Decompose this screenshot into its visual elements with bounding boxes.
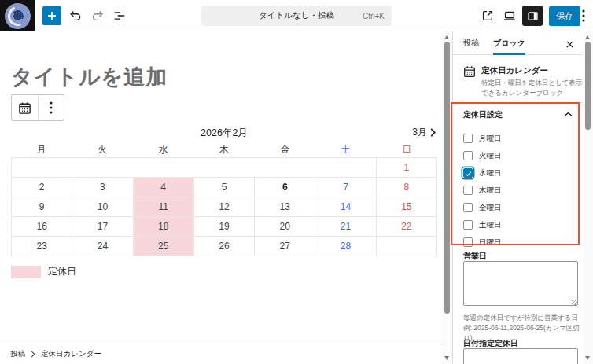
close-icon [565,40,574,49]
calendar-day-cell: 9 [12,197,72,217]
calendar-week-row: 1 [12,158,437,178]
calendar-day-cell: 24 [72,237,133,256]
list-view-button[interactable] [112,8,127,24]
chevron-right-icon [31,351,35,358]
calendar-day-cell: 18 [133,217,193,237]
kebab-menu-icon [50,101,53,114]
chevron-right-icon [430,128,436,137]
undo-button[interactable] [68,8,83,24]
block-options-button[interactable] [38,95,64,120]
calendar-day-cell: 27 [255,237,315,256]
weekday-checkbox-row: 土曜日 [463,219,573,231]
calendar-day-cell: 5 [193,178,254,197]
checkbox-label: 日曜日 [479,237,502,248]
scroll-down-arrow-icon[interactable] [585,356,590,360]
next-month-button[interactable]: 3月 [412,126,436,139]
editor-scrollbar[interactable] [442,31,452,364]
checkbox-unchecked[interactable] [463,186,473,195]
view-site-button[interactable] [480,8,495,24]
calendar-day-cell: 11 [133,197,193,217]
weekday-checkbox-row: 木曜日 [463,184,573,197]
date-holidays-textarea[interactable] [463,348,578,364]
calendar-day-cell: 16 [12,217,72,237]
business-days-textarea[interactable] [463,261,578,306]
chevron-up-icon [564,112,573,117]
help-line: 毎週の定休日ですが特別に営業する日 [463,313,581,323]
calendar-weekday-row: 月火水木金土日 [11,143,437,156]
site-logo-swirl [5,3,31,29]
calendar-block-icon [462,64,477,79]
preview-device-button[interactable] [502,8,517,24]
site-icon[interactable] [0,0,35,31]
redo-icon [90,9,105,23]
checkbox-unchecked[interactable] [463,151,473,160]
block-type-button[interactable] [12,95,38,120]
editor-scrollbar-thumb[interactable] [444,42,450,314]
calendar-day-cell [376,237,436,256]
post-title-placeholder[interactable]: タイトルを追加 [11,63,168,91]
scroll-up-arrow-icon[interactable] [444,35,449,39]
checkbox-label: 月曜日 [479,134,502,144]
calendar-week-row: 2345678 [12,178,437,197]
calendar-legend: 定休日 [11,265,76,278]
desktop-icon [503,9,517,23]
document-overview-button[interactable]: タイトルなし・投稿 Ctrl+K [201,6,392,26]
block-card-title: 定休日カレンダー [481,65,548,76]
weekday-checkbox-row: 火曜日 [463,149,573,162]
block-card-description: 特定日・曜日を定休日として表示できるカレンダーブロック [481,78,583,98]
breadcrumb: 投稿 定休日カレンダー [0,344,442,364]
breadcrumb-root[interactable]: 投稿 [10,349,25,359]
weekday-checkbox-list: 月曜日火曜日水曜日木曜日金曜日土曜日日曜日 [463,132,573,248]
settings-sidebar-toggle-button[interactable] [522,6,543,26]
calendar-day-cell: 15 [376,197,436,217]
plus-icon [46,10,57,21]
weekday-header: 土 [315,143,376,156]
calendar-month-label: 2026年2月 [11,127,437,140]
calendar-day-cell: 19 [193,217,254,237]
calendar-day-cell: 17 [72,217,133,237]
weekday-header: 水 [133,143,193,156]
breadcrumb-current: 定休日カレンダー [41,349,101,359]
checkbox-label: 木曜日 [479,186,502,196]
options-menu-button[interactable] [578,8,589,24]
calendar-day-cell: 10 [72,197,133,217]
scroll-down-arrow-icon[interactable] [444,356,449,360]
sidebar-scrollbar-thumb[interactable] [585,42,591,130]
tab-block[interactable]: ブロック [493,31,525,55]
calendar-day-cell: 20 [255,217,315,237]
scroll-up-arrow-icon[interactable] [585,35,590,39]
checkbox-unchecked[interactable] [463,134,473,143]
holiday-legend-label: 定休日 [48,265,76,278]
calendar-day-cell: 7 [315,178,376,197]
checkbox-unchecked[interactable] [463,237,473,247]
kebab-menu-icon [582,9,585,22]
holiday-settings-panel-header[interactable]: 定休日設定 [453,103,583,125]
block-inserter-button[interactable] [42,6,61,25]
calendar-day-cell: 6 [255,178,315,197]
settings-sidebar: 投稿 ブロック 定休日カレンダー 特定日・曜日を定休日として表示できるカレンダー… [452,31,583,364]
calendar-day-cell: 12 [193,197,254,217]
sidebar-scrollbar[interactable] [583,31,593,364]
redo-button[interactable] [90,8,105,24]
calendar-day-cell: 28 [315,237,376,256]
calendar-day-cell: 8 [376,178,436,197]
checkbox-unchecked[interactable] [463,220,473,230]
tab-post[interactable]: 投稿 [463,31,479,55]
save-button[interactable]: 保存 [549,6,580,26]
holiday-legend-swatch [11,266,41,278]
calendar-day-cell: 26 [193,237,254,256]
calendar-day-cell: 22 [376,217,436,237]
calendar-day-cell [12,158,377,178]
holiday-calendar-table: 1234567891011121314151617181920212223242… [11,157,437,256]
business-days-label: 営業日 [463,251,487,262]
weekday-header: 木 [193,143,254,156]
calendar-header: 2026年2月 3月 [11,127,437,141]
calendar-week-row: 9101112131415 [12,197,437,217]
calendar-day-cell: 3 [72,178,133,197]
checkbox-unchecked[interactable] [463,203,473,212]
checkbox-checked[interactable] [463,168,473,178]
checkbox-label: 水曜日 [479,168,502,178]
close-sidebar-button[interactable] [563,38,576,50]
sidebar-tabs: 投稿 ブロック [453,31,583,55]
calendar-day-cell: 2 [12,178,72,197]
